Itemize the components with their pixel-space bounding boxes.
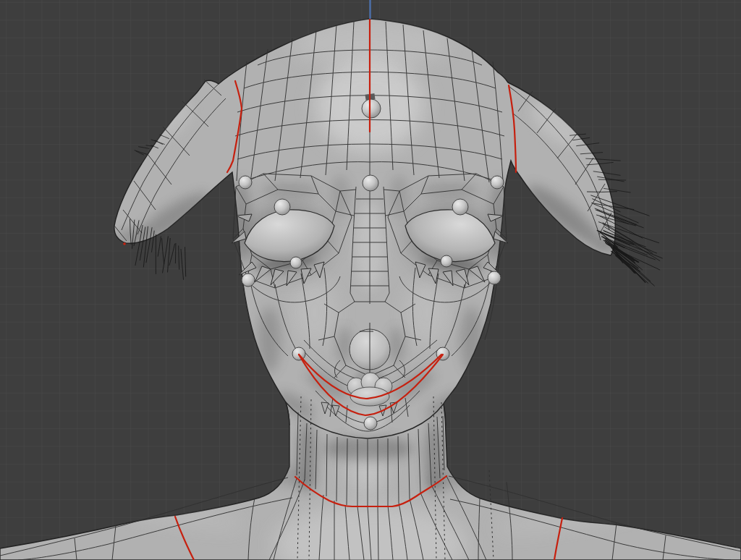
control-sphere[interactable] (488, 271, 501, 284)
upper-lip-blob (347, 373, 392, 406)
control-sphere[interactable] (274, 199, 290, 215)
control-sphere[interactable] (491, 176, 504, 189)
control-sphere[interactable] (239, 176, 252, 189)
scene-svg[interactable] (0, 0, 741, 560)
control-sphere[interactable] (441, 255, 452, 267)
viewport-3d[interactable] (0, 0, 741, 560)
control-sphere[interactable] (290, 257, 302, 268)
control-sphere[interactable] (362, 99, 381, 118)
hair-strand (175, 243, 176, 263)
control-sphere[interactable] (363, 175, 378, 191)
seam-left-ear-tip-dot (123, 242, 126, 245)
control-sphere[interactable] (364, 417, 377, 430)
control-sphere[interactable] (242, 273, 255, 287)
control-sphere[interactable] (452, 199, 468, 215)
